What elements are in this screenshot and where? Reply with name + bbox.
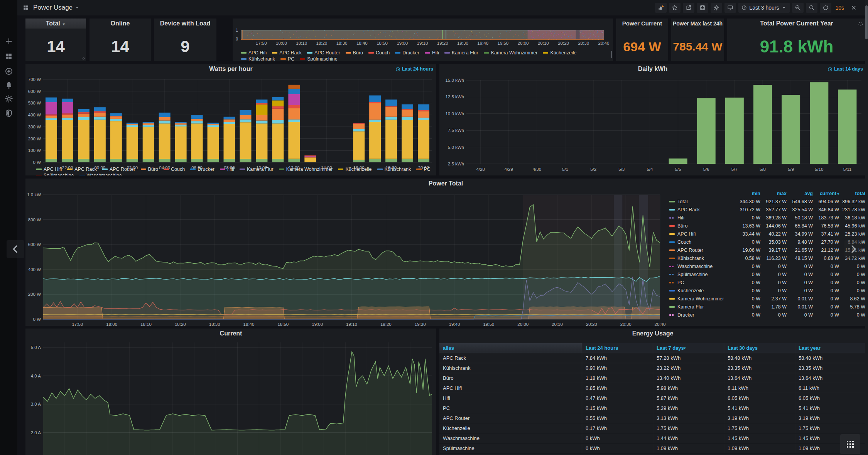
time-range-picker[interactable]: Last 3 hours [738,3,790,13]
star-button[interactable] [669,3,681,13]
series-toggle[interactable]: Waschmaschine [669,264,735,269]
bar-segment [224,159,235,162]
legend-item[interactable]: APC Hifi [36,167,62,172]
share-button[interactable] [683,3,694,13]
zoom-out-button[interactable] [792,3,804,13]
daily-kwh-chart[interactable]: 15.0 kWh12.5 kWh10.0 kWh7.5 kWh5.0 kWh2.… [439,74,866,174]
column-header-alias[interactable]: alias [439,343,582,353]
legend-item[interactable]: Küchenzeile [338,167,372,172]
legend-item[interactable]: APC Router [102,167,135,172]
search-button[interactable] [806,3,817,13]
sidebar-alerting-icon[interactable] [5,81,13,89]
legend-item[interactable]: Büro [346,50,363,56]
legend-item[interactable]: Drucker [190,167,214,172]
panel-header-power-current[interactable]: Power Current [616,19,668,29]
sidebar-plus-icon[interactable] [5,37,13,46]
time-override-badge[interactable]: Last 14 days [827,66,863,72]
time-override-badge[interactable]: Last 24 hours [395,66,433,72]
series-toggle[interactable]: Kamera Wohnzimmer [669,296,735,302]
panel-title[interactable]: Daily kWh [439,64,866,74]
series-toggle[interactable]: Total [669,199,735,204]
column-header-Last 30 days[interactable]: Last 30 days [724,343,795,353]
series-toggle[interactable]: Kühlschrank [669,256,735,261]
legend-item[interactable]: Küchenzeile [543,50,576,56]
sidebar-dashboards-icon[interactable] [5,52,13,61]
legend-item[interactable]: Kamera Flur [444,50,478,56]
series-toggle[interactable]: Spülmaschine [669,272,735,277]
legend-sort-current[interactable]: current ▾ [814,191,840,196]
legend-item[interactable]: Spülmaschine [36,173,74,175]
panel-header-total-power-year[interactable]: Total Power Current Year [727,19,866,29]
series-toggle[interactable]: APC Router [669,248,735,253]
column-header-Last 7 days[interactable]: Last 7 days ▾ [653,343,724,353]
refresh-interval-dropdown[interactable]: 10s [834,5,846,11]
legend-item[interactable]: APC Rack [272,50,302,56]
series-toggle[interactable]: APC Rack [669,207,735,212]
legend-item[interactable]: Kühlschrank [241,56,275,61]
panel-header-online[interactable]: Online [90,19,151,29]
settings-button[interactable] [711,3,722,13]
legend-item[interactable]: PC [280,56,294,61]
current-chart[interactable]: 5.0 A4.0 A3.0 A2.0 A [25,339,436,455]
series-toggle[interactable]: Drucker [669,312,735,318]
sidebar-configuration-icon[interactable] [5,94,13,103]
legend-scrollbar[interactable] [611,51,612,58]
series-toggle[interactable]: Couch [669,239,735,245]
sidebar-server-admin-icon[interactable] [5,109,13,118]
panel-resize-handle[interactable] [80,55,85,60]
grid-menu-button[interactable] [840,434,860,454]
legend-item[interactable]: APC Router [307,50,340,56]
legend-item[interactable]: Couch [368,50,390,56]
legend-sort-min[interactable]: min [735,191,761,196]
panel-title[interactable]: Watts per hour [25,64,436,74]
column-header-Last year[interactable]: Last year [795,343,866,353]
scrollbar-thumb[interactable] [865,5,868,39]
add-panel-button[interactable] [655,3,667,13]
legend-item[interactable]: Kühlschrank [377,167,411,172]
panel-header-device-with-load[interactable]: Device with Load [154,19,216,29]
device-timeline-chart[interactable]: 1017:5018:0018:1018:2018:3018:4018:5019:… [233,19,613,49]
series-toggle[interactable]: Kamera Flur [669,304,735,310]
next-dashboard-arrow[interactable] [844,240,862,258]
series-toggle[interactable]: Küchenzeile [669,288,735,293]
cycle-view-button[interactable] [724,3,736,13]
legend-sort-max[interactable]: max [761,191,787,196]
save-button[interactable] [697,3,708,13]
legend-item[interactable]: Kamera Flur [240,167,274,172]
bar-segment [304,155,316,156]
series-toggle[interactable]: APC Hifi [669,231,735,237]
legend-sort-avg[interactable]: avg [787,191,814,196]
legend-item[interactable]: Couch [164,167,185,172]
legend-item[interactable]: Spülmaschine [300,56,338,61]
series-toggle[interactable]: Hifi [669,215,735,221]
legend-item[interactable]: PC [416,167,430,172]
legend-item[interactable]: Hifi [425,50,439,56]
legend-item[interactable]: APC Hifi [241,50,267,56]
legend-row: Spülmaschine0 W0 W0 W0 W0 W [669,270,866,278]
panel-title[interactable]: Power Total [25,179,866,189]
panel-header-total[interactable]: Total ▾ [25,19,86,29]
column-header-Last 24 hours[interactable]: Last 24 hours [582,343,653,353]
legend-item[interactable]: Kamera Wohnzimmer [484,50,538,56]
legend-sort-total[interactable]: total [840,191,866,196]
series-toggle[interactable]: Büro [669,223,735,229]
panel-header-power-max[interactable]: Power Max last 24h [671,19,724,29]
legend-item[interactable]: Drucker [395,50,419,56]
legend-item[interactable]: APC Rack [67,167,97,172]
panel-title[interactable]: Current [25,329,436,339]
legend-item[interactable]: Hifi [220,167,234,172]
page-scrollbar[interactable] [865,0,868,455]
legend-item[interactable]: Büro [141,167,158,172]
prev-dashboard-arrow[interactable] [7,240,24,258]
legend-item[interactable]: Waschmaschine [79,173,122,175]
sidebar-explore-icon[interactable] [5,67,13,76]
bar [725,98,744,164]
series-toggle[interactable]: PC [669,280,735,285]
watts-per-hour-chart[interactable]: 700 W600 W500 W400 W300 W200 W100 W0 W22… [25,74,436,174]
close-icon[interactable] [848,3,860,13]
panel-title[interactable]: Energy Usage [439,329,866,339]
bar-segment [256,104,267,115]
dashboard-title-dropdown[interactable]: Power Usage [33,4,79,12]
legend-item[interactable]: Kamera Wohnzimmer [279,167,333,172]
refresh-button[interactable] [820,3,831,13]
